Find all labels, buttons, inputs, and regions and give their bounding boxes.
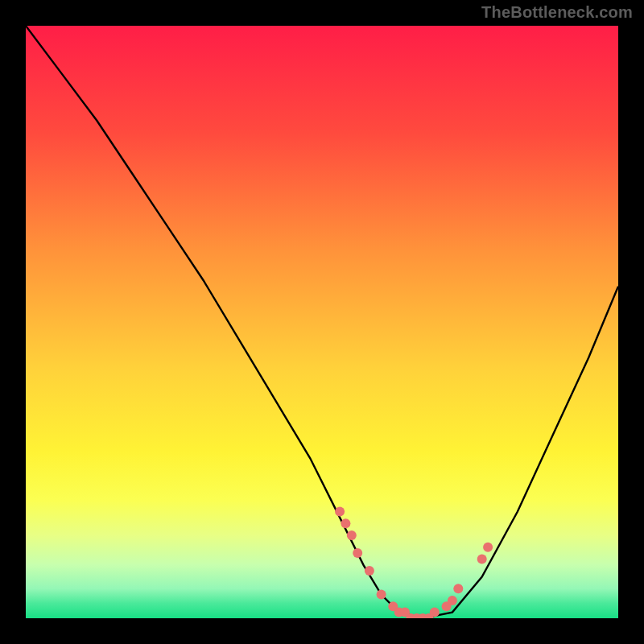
highlight-dot bbox=[341, 518, 350, 528]
highlight-dot bbox=[477, 554, 487, 564]
highlight-dot bbox=[353, 548, 362, 558]
highlight-dot bbox=[453, 584, 463, 593]
highlight-dot bbox=[430, 608, 440, 617]
watermark-text: TheBottleneck.com bbox=[481, 3, 633, 22]
highlight-dot bbox=[347, 530, 357, 540]
highlight-dot bbox=[365, 566, 374, 576]
highlight-dot bbox=[448, 596, 457, 605]
chart-frame: TheBottleneck.com bbox=[0, 0, 644, 644]
highlight-dot bbox=[335, 507, 345, 517]
highlight-dot bbox=[483, 543, 493, 552]
gradient-background bbox=[26, 26, 618, 618]
highlight-dot bbox=[377, 590, 386, 600]
plot-svg bbox=[26, 26, 618, 618]
plot-area bbox=[26, 26, 618, 618]
